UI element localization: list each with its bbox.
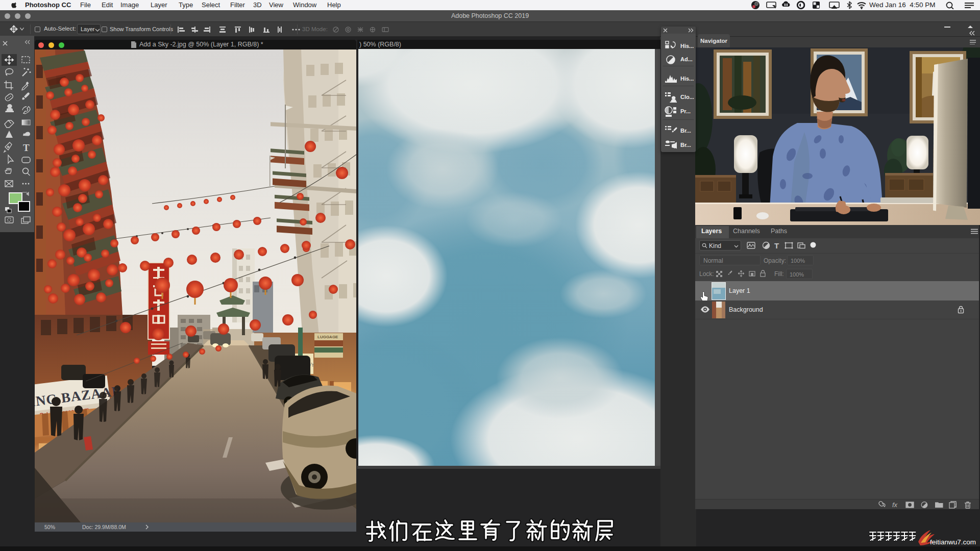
svg-text:T: T	[23, 142, 30, 153]
svg-text:feitianwu7.com: feitianwu7.com	[930, 538, 976, 546]
svg-text:T: T	[774, 241, 779, 250]
svg-text:fx: fx	[892, 501, 898, 509]
